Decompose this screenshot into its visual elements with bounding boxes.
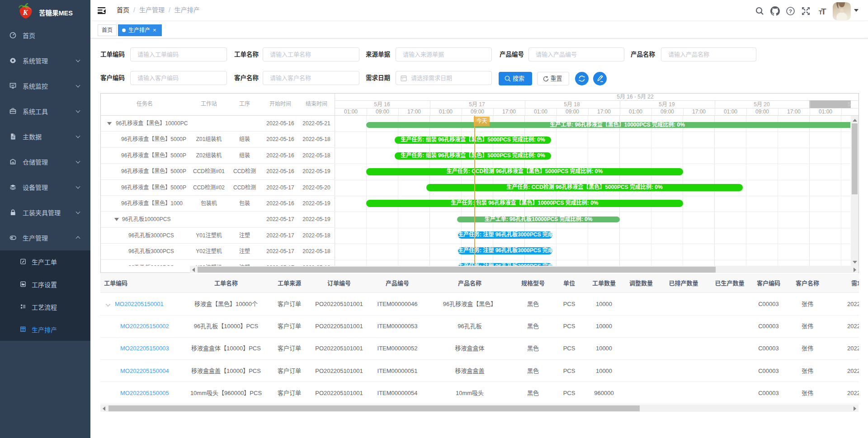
svg-text:T: T [821, 7, 826, 15]
svg-text:?: ? [789, 9, 792, 14]
svg-text:K: K [23, 9, 28, 16]
